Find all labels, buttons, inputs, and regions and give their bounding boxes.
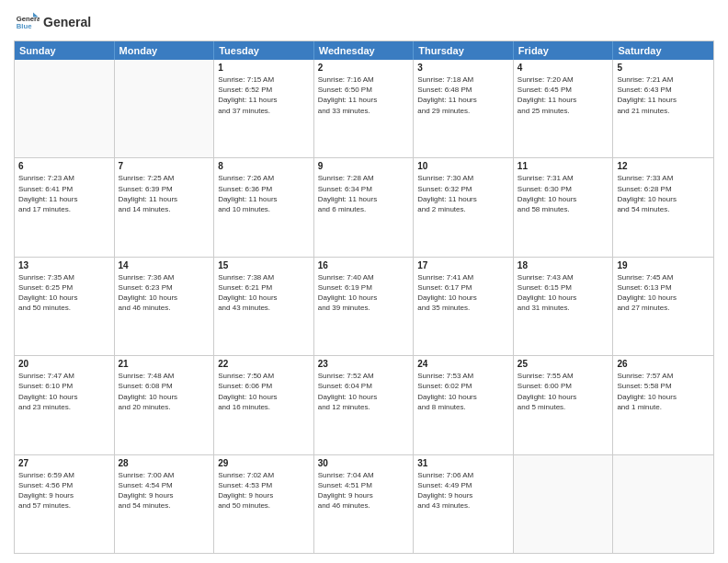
day-number: 2 (318, 63, 410, 73)
day-info: Sunrise: 7:26 AM Sunset: 6:36 PM Dayligh… (218, 173, 310, 214)
day-number: 8 (218, 161, 310, 171)
day-number: 31 (417, 458, 509, 468)
day-cell (115, 60, 215, 157)
day-cell (15, 60, 115, 157)
logo-line1: General (43, 15, 91, 30)
day-info: Sunrise: 7:04 AM Sunset: 4:51 PM Dayligh… (318, 470, 410, 511)
day-number: 16 (318, 260, 410, 270)
day-header-wednesday: Wednesday (314, 41, 415, 60)
day-cell: 23Sunrise: 7:52 AM Sunset: 6:04 PM Dayli… (314, 356, 415, 454)
calendar: SundayMondayTuesdayWednesdayThursdayFrid… (14, 40, 714, 554)
day-info: Sunrise: 7:31 AM Sunset: 6:30 PM Dayligh… (518, 173, 609, 214)
week-row-4: 20Sunrise: 7:47 AM Sunset: 6:10 PM Dayli… (15, 355, 713, 454)
week-row-5: 27Sunrise: 6:59 AM Sunset: 4:56 PM Dayli… (15, 454, 713, 553)
day-number: 6 (18, 161, 110, 171)
day-cell: 7Sunrise: 7:25 AM Sunset: 6:39 PM Daylig… (115, 158, 215, 256)
day-cell: 24Sunrise: 7:53 AM Sunset: 6:02 PM Dayli… (414, 356, 514, 454)
day-info: Sunrise: 7:52 AM Sunset: 6:04 PM Dayligh… (318, 371, 410, 412)
day-number: 29 (218, 458, 310, 468)
day-cell: 22Sunrise: 7:50 AM Sunset: 6:06 PM Dayli… (214, 356, 314, 454)
day-cell: 12Sunrise: 7:33 AM Sunset: 6:28 PM Dayli… (613, 158, 713, 256)
calendar-header: SundayMondayTuesdayWednesdayThursdayFrid… (15, 41, 713, 60)
day-number: 4 (518, 63, 609, 73)
day-cell: 25Sunrise: 7:55 AM Sunset: 6:00 PM Dayli… (514, 356, 614, 454)
day-cell: 18Sunrise: 7:43 AM Sunset: 6:15 PM Dayli… (514, 258, 614, 355)
day-cell: 16Sunrise: 7:40 AM Sunset: 6:19 PM Dayli… (314, 258, 415, 355)
day-info: Sunrise: 7:21 AM Sunset: 6:43 PM Dayligh… (617, 75, 710, 116)
day-cell (514, 455, 614, 553)
day-info: Sunrise: 7:20 AM Sunset: 6:45 PM Dayligh… (518, 75, 609, 116)
day-cell: 4Sunrise: 7:20 AM Sunset: 6:45 PM Daylig… (514, 60, 614, 157)
day-header-thursday: Thursday (414, 41, 514, 60)
day-info: Sunrise: 7:15 AM Sunset: 6:52 PM Dayligh… (218, 75, 310, 116)
day-info: Sunrise: 7:02 AM Sunset: 4:53 PM Dayligh… (218, 470, 310, 511)
day-number: 22 (218, 359, 310, 369)
day-cell: 29Sunrise: 7:02 AM Sunset: 4:53 PM Dayli… (214, 455, 314, 553)
day-info: Sunrise: 7:55 AM Sunset: 6:00 PM Dayligh… (518, 371, 609, 412)
day-number: 14 (119, 260, 210, 270)
day-number: 24 (417, 359, 509, 369)
day-number: 5 (617, 63, 710, 73)
week-row-1: 1Sunrise: 7:15 AM Sunset: 6:52 PM Daylig… (15, 60, 713, 157)
day-number: 12 (617, 161, 710, 171)
day-cell: 13Sunrise: 7:35 AM Sunset: 6:25 PM Dayli… (15, 258, 115, 355)
day-number: 1 (218, 63, 310, 73)
day-number: 13 (18, 260, 110, 270)
day-number: 17 (417, 260, 509, 270)
day-info: Sunrise: 7:38 AM Sunset: 6:21 PM Dayligh… (218, 272, 310, 314)
page: General Blue General SundayMondayTuesday… (0, 0, 728, 563)
day-cell: 9Sunrise: 7:28 AM Sunset: 6:34 PM Daylig… (314, 158, 415, 256)
day-info: Sunrise: 7:53 AM Sunset: 6:02 PM Dayligh… (417, 371, 509, 412)
logo: General Blue General (14, 9, 91, 35)
day-info: Sunrise: 7:33 AM Sunset: 6:28 PM Dayligh… (617, 173, 710, 214)
day-number: 15 (218, 260, 310, 270)
day-number: 26 (617, 359, 710, 369)
day-cell: 21Sunrise: 7:48 AM Sunset: 6:08 PM Dayli… (115, 356, 215, 454)
day-number: 19 (617, 260, 710, 270)
day-number: 25 (518, 359, 609, 369)
week-row-2: 6Sunrise: 7:23 AM Sunset: 6:41 PM Daylig… (15, 157, 713, 256)
day-info: Sunrise: 7:41 AM Sunset: 6:17 PM Dayligh… (417, 272, 509, 314)
day-header-sunday: Sunday (15, 41, 115, 60)
day-number: 3 (417, 63, 509, 73)
day-cell: 31Sunrise: 7:06 AM Sunset: 4:49 PM Dayli… (414, 455, 514, 553)
day-number: 18 (518, 260, 609, 270)
day-header-saturday: Saturday (613, 41, 713, 60)
day-cell: 8Sunrise: 7:26 AM Sunset: 6:36 PM Daylig… (214, 158, 314, 256)
day-number: 7 (119, 161, 210, 171)
day-number: 11 (518, 161, 609, 171)
day-cell: 5Sunrise: 7:21 AM Sunset: 6:43 PM Daylig… (613, 60, 713, 157)
day-info: Sunrise: 6:59 AM Sunset: 4:56 PM Dayligh… (18, 470, 110, 511)
day-info: Sunrise: 7:48 AM Sunset: 6:08 PM Dayligh… (119, 371, 210, 412)
day-info: Sunrise: 7:00 AM Sunset: 4:54 PM Dayligh… (119, 470, 210, 511)
day-cell: 11Sunrise: 7:31 AM Sunset: 6:30 PM Dayli… (514, 158, 614, 256)
day-number: 27 (18, 458, 110, 468)
day-number: 21 (119, 359, 210, 369)
day-cell: 28Sunrise: 7:00 AM Sunset: 4:54 PM Dayli… (115, 455, 215, 553)
day-cell: 17Sunrise: 7:41 AM Sunset: 6:17 PM Dayli… (414, 258, 514, 355)
day-cell (613, 455, 713, 553)
day-info: Sunrise: 7:28 AM Sunset: 6:34 PM Dayligh… (318, 173, 410, 214)
day-number: 9 (318, 161, 410, 171)
day-info: Sunrise: 7:23 AM Sunset: 6:41 PM Dayligh… (18, 173, 110, 214)
day-number: 10 (417, 161, 509, 171)
logo-icon: General Blue (14, 9, 40, 35)
day-cell: 26Sunrise: 7:57 AM Sunset: 5:58 PM Dayli… (613, 356, 713, 454)
day-info: Sunrise: 7:30 AM Sunset: 6:32 PM Dayligh… (417, 173, 509, 214)
day-info: Sunrise: 7:36 AM Sunset: 6:23 PM Dayligh… (119, 272, 210, 314)
day-cell: 27Sunrise: 6:59 AM Sunset: 4:56 PM Dayli… (15, 455, 115, 553)
day-header-friday: Friday (514, 41, 614, 60)
day-cell: 19Sunrise: 7:45 AM Sunset: 6:13 PM Dayli… (613, 258, 713, 355)
day-info: Sunrise: 7:16 AM Sunset: 6:50 PM Dayligh… (318, 75, 410, 116)
day-cell: 1Sunrise: 7:15 AM Sunset: 6:52 PM Daylig… (214, 60, 314, 157)
day-info: Sunrise: 7:40 AM Sunset: 6:19 PM Dayligh… (318, 272, 410, 314)
day-info: Sunrise: 7:45 AM Sunset: 6:13 PM Dayligh… (617, 272, 710, 314)
day-number: 28 (119, 458, 210, 468)
day-cell: 20Sunrise: 7:47 AM Sunset: 6:10 PM Dayli… (15, 356, 115, 454)
day-info: Sunrise: 7:25 AM Sunset: 6:39 PM Dayligh… (119, 173, 210, 214)
week-row-3: 13Sunrise: 7:35 AM Sunset: 6:25 PM Dayli… (15, 257, 713, 355)
day-cell: 3Sunrise: 7:18 AM Sunset: 6:48 PM Daylig… (414, 60, 514, 157)
day-info: Sunrise: 7:35 AM Sunset: 6:25 PM Dayligh… (18, 272, 110, 314)
day-info: Sunrise: 7:06 AM Sunset: 4:49 PM Dayligh… (417, 470, 509, 511)
svg-text:Blue: Blue (17, 22, 32, 30)
